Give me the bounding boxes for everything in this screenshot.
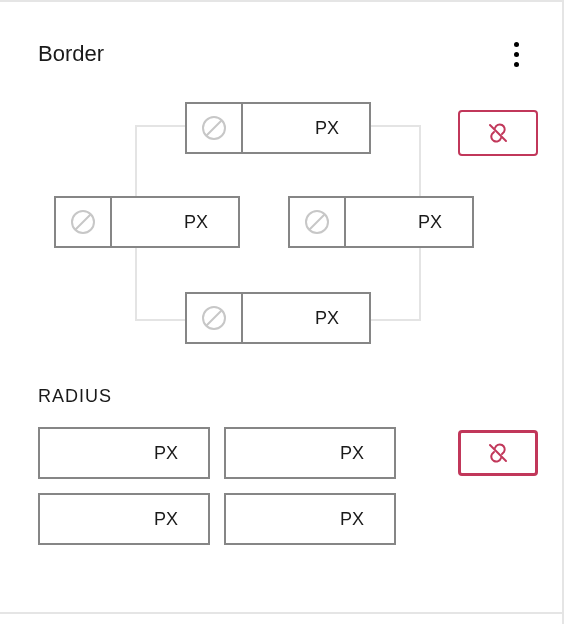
panel-title: Border: [38, 41, 104, 67]
border-right-unit: PX: [346, 198, 472, 246]
svg-line-7: [206, 310, 222, 326]
none-icon: [304, 209, 330, 235]
border-bottom-input[interactable]: PX: [185, 292, 371, 344]
unlink-icon: [484, 119, 512, 147]
border-panel: Border PX PX: [0, 0, 568, 575]
radius-top-left-input[interactable]: PX: [38, 427, 210, 479]
radius-top-right-input[interactable]: PX: [224, 427, 396, 479]
radius-bottom-right-input[interactable]: PX: [224, 493, 396, 545]
border-left-color-button[interactable]: [56, 198, 112, 246]
border-left-input[interactable]: PX: [54, 196, 240, 248]
svg-line-1: [206, 120, 222, 136]
border-box-controls: PX PX PX: [38, 102, 478, 342]
unlink-icon: [484, 439, 512, 467]
radius-br-unit: PX: [340, 509, 364, 530]
radius-tl-unit: PX: [154, 443, 178, 464]
none-icon: [70, 209, 96, 235]
border-left-unit: PX: [112, 198, 238, 246]
radius-bottom-left-input[interactable]: PX: [38, 493, 210, 545]
svg-line-5: [309, 214, 325, 230]
kebab-icon: [514, 42, 519, 67]
none-icon: [201, 115, 227, 141]
radius-tr-unit: PX: [340, 443, 364, 464]
border-bottom-unit: PX: [243, 294, 369, 342]
unlink-border-sides-button[interactable]: [458, 110, 538, 156]
border-bottom-color-button[interactable]: [187, 294, 243, 342]
panel-header: Border: [38, 40, 530, 68]
radius-label: Radius: [38, 386, 530, 407]
radius-controls: PX PX PX PX: [38, 427, 396, 545]
border-top-color-button[interactable]: [187, 104, 243, 152]
divider-bottom: [0, 612, 564, 614]
none-icon: [201, 305, 227, 331]
unlink-radius-corners-button[interactable]: [458, 430, 538, 476]
more-options-button[interactable]: [502, 40, 530, 68]
svg-line-3: [75, 214, 91, 230]
border-top-input[interactable]: PX: [185, 102, 371, 154]
border-top-unit: PX: [243, 104, 369, 152]
border-right-input[interactable]: PX: [288, 196, 474, 248]
radius-bl-unit: PX: [154, 509, 178, 530]
border-right-color-button[interactable]: [290, 198, 346, 246]
